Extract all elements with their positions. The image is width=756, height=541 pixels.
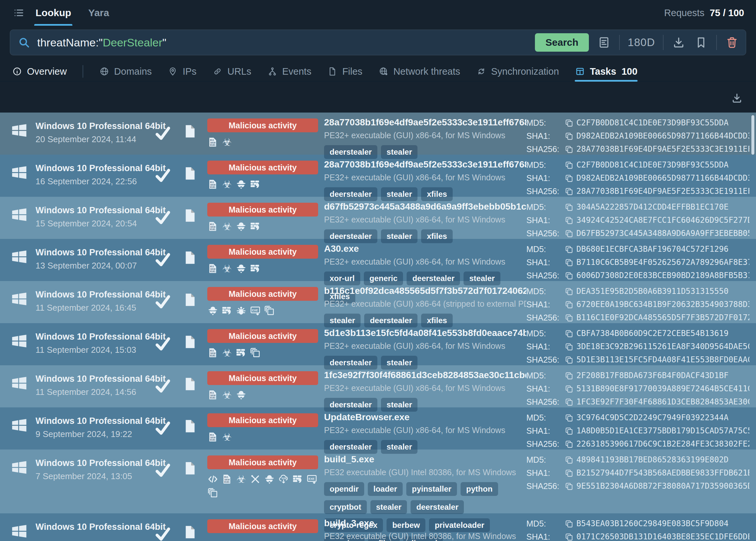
copy-icon[interactable] (564, 257, 574, 267)
tag-cryptbot[interactable]: cryptbot (324, 500, 367, 514)
tab-label: URLs (227, 66, 251, 77)
verdict-cell: Malicious activity 01110100101☣ (207, 197, 324, 243)
copy-icon[interactable] (564, 215, 574, 225)
task-row[interactable]: Windows 10 Professional 64bit 13 Septemb… (0, 239, 756, 281)
md5-line: MD5:C2F7B0DD81C4C1DE0E73D9BF93C55DDA (527, 118, 749, 128)
copy-icon[interactable] (564, 173, 574, 183)
task-filename[interactable]: 28a77038b1f69e4df9ae5f2e5333c3e1911eff67… (324, 117, 527, 128)
copy-icon[interactable] (564, 118, 574, 128)
sha256-value: D67FB52973C445A3488A9D6A9A9FF3EBEBB05B1C… (576, 229, 749, 238)
copy-icon[interactable] (564, 131, 574, 141)
copy-icon[interactable] (564, 244, 574, 254)
spy-icon (235, 389, 247, 400)
time-range-selector[interactable]: 180D (628, 36, 655, 49)
sample-cell (183, 281, 207, 327)
copy-icon[interactable] (564, 229, 574, 238)
task-row[interactable]: Windows 10 Professional 64bit 16 Septemb… (0, 155, 756, 197)
copy-icon[interactable] (564, 439, 574, 449)
file-type: PE32+ executable (GUI) x86-64, for MS Wi… (324, 257, 527, 267)
os-cell: Windows 10 Professional 64bit 15 Septemb… (10, 197, 155, 243)
copy-icon[interactable] (564, 355, 574, 365)
tab-tasks[interactable]: Tasks100 (575, 62, 637, 81)
file-type: PE32+ executable (GUI) x86-64, for MS Wi… (324, 341, 527, 351)
tab-events[interactable]: Events (267, 62, 311, 81)
tab-synchronization[interactable]: Synchronization (476, 62, 559, 81)
copy-icon[interactable] (564, 270, 574, 280)
copy-icon[interactable] (564, 397, 574, 407)
task-row[interactable]: Windows 10 Professional 64bit Malicious … (0, 513, 756, 541)
md5-value: DB680E1ECBFCA3BAF196704C572F1296 (576, 245, 728, 254)
task-filename[interactable]: A30.exe (324, 244, 527, 254)
download-icon[interactable] (671, 35, 686, 50)
tab-urls[interactable]: URLs (212, 62, 251, 81)
copy-icon[interactable] (564, 481, 574, 491)
os-cell: Windows 10 Professional 64bit 9 Septembe… (10, 407, 155, 454)
search-button[interactable]: Search (535, 33, 589, 52)
copy-icon[interactable] (564, 312, 574, 322)
tag-stealer[interactable]: stealer (370, 500, 407, 514)
scrollbar-thumb[interactable] (751, 115, 754, 155)
file-type: PE32+ executable (GUI) x86-64, for MS Wi… (324, 383, 527, 393)
task-filename[interactable]: 5d1e3b113e15fc5fd4a08f41e553b8fd0eaace74… (324, 328, 527, 338)
sha1-value: D982AEDB2A109BE00665D98771166B44DCDD319C (576, 174, 749, 183)
copy-icon[interactable] (564, 384, 574, 393)
tag-python[interactable]: python (461, 482, 498, 496)
tab-yara[interactable]: Yara (87, 0, 110, 26)
task-filename[interactable]: 28a77038b1f69e4df9ae5f2e5333c3e1911eff67… (324, 159, 527, 170)
task-filename[interactable]: 1fc3e92f7f30f4f68861d3ceb8284853ae30c11c… (324, 370, 527, 380)
task-date: 13 September 2024, 00:07 (36, 261, 166, 271)
task-filename[interactable]: b116c1e0f92dca485565d5f7f3b572d7f0172406… (324, 285, 527, 296)
task-row[interactable]: Windows 10 Professional 64bit 20 Septemb… (0, 113, 756, 155)
copy-icon[interactable] (564, 413, 574, 422)
search-input[interactable]: threatName:"DeerStealer" (37, 36, 167, 49)
task-filename[interactable]: build_5.exe (324, 454, 527, 465)
sha256-value: 28A77038B1F69E4DF9AE5F2E5333C3E1911EFF67… (576, 187, 749, 196)
copy-icon[interactable] (564, 144, 574, 154)
task-filename[interactable]: d67fb52973c445a3488a9d6a9a9ff3ebebb05b1c… (324, 202, 527, 212)
tab-domains[interactable]: Domains (99, 62, 152, 81)
menu-list-icon[interactable] (12, 6, 26, 20)
firewall-icon (221, 305, 232, 316)
copy-icon[interactable] (564, 341, 574, 351)
windows-icon (10, 374, 28, 392)
task-row[interactable]: Windows 10 Professional 64bit 11 Septemb… (0, 281, 756, 323)
tab-overview[interactable]: Overview (12, 62, 67, 81)
copy-icon[interactable] (564, 328, 574, 338)
sha1-line: SHA1:D982AEDB2A109BE00665D98771166B44DCD… (527, 173, 749, 183)
query-templates-icon[interactable] (597, 35, 611, 50)
sample-cell (183, 513, 207, 541)
status-cell (155, 113, 183, 159)
export-results-icon[interactable] (730, 92, 743, 105)
copy-icon[interactable] (564, 532, 574, 541)
copy-icon[interactable] (564, 286, 574, 296)
task-row[interactable]: Windows 10 Professional 64bit 11 Septemb… (0, 323, 756, 365)
copy-icon[interactable] (564, 426, 574, 436)
tag-opendir[interactable]: opendir (324, 482, 364, 496)
copy-icon[interactable] (564, 519, 574, 528)
tag-pyinstaller[interactable]: pyinstaller (406, 482, 457, 496)
task-row[interactable]: Windows 10 Professional 64bit 9 Septembe… (0, 407, 756, 449)
tag-loader[interactable]: loader (368, 482, 403, 496)
task-row[interactable]: Windows 10 Professional 64bit 11 Septemb… (0, 365, 756, 407)
task-row[interactable]: Windows 10 Professional 64bit 15 Septemb… (0, 197, 756, 239)
copy-icon[interactable] (564, 468, 574, 478)
task-filename[interactable]: build_3.exe (324, 518, 527, 528)
clear-trash-icon[interactable] (725, 35, 739, 50)
copy-icon[interactable] (564, 160, 574, 170)
tag-deerstealer[interactable]: deerstealer (411, 500, 464, 514)
copy-icon[interactable] (564, 186, 574, 196)
copy-icon[interactable] (564, 455, 574, 465)
os-name: Windows 10 Professional 64bit (36, 332, 166, 342)
tab-ips[interactable]: IPs (168, 62, 196, 81)
copy-icon[interactable] (564, 299, 574, 309)
tab-lookup[interactable]: Lookup (34, 0, 72, 26)
copy-icon[interactable] (564, 202, 574, 212)
sha1-label: SHA1: (527, 258, 561, 267)
exe-icon: EXE (306, 473, 317, 485)
task-row[interactable]: Windows 10 Professional 64bit 7 Septembe… (0, 449, 756, 513)
task-filename[interactable]: UpdateBrowser.exe (324, 412, 527, 422)
tab-files[interactable]: Files (327, 62, 362, 81)
tab-network-threats[interactable]: Network threats (378, 62, 460, 81)
bookmark-icon[interactable] (694, 35, 708, 50)
copy-icon[interactable] (564, 370, 574, 380)
